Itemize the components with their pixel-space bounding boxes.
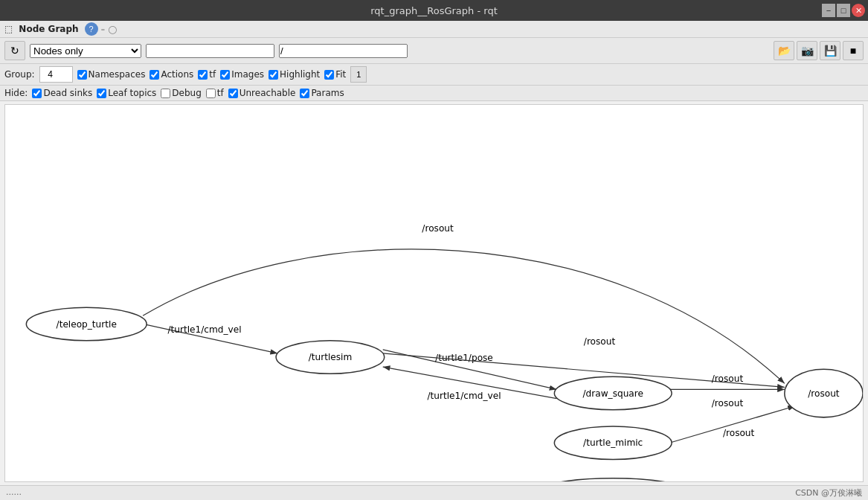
fit-number-button[interactable]: 1 [350,66,367,83]
namespaces-label[interactable]: Namespaces [77,69,146,80]
top-toolbar: ↻ Nodes only Nodes/Topics (all) Nodes/To… [0,38,868,64]
edge-label-turtle-mimic-rosout: /rosout [723,428,755,438]
fullscreen-icon: ■ [850,45,856,57]
panel-header: ⬚ Node Graph ? - ○ [0,21,868,38]
fit-checkbox[interactable] [324,70,334,80]
refresh-icon: ↻ [10,45,19,57]
edge-label-draw-square-rosout: /rosout [712,374,744,384]
refresh-button[interactable]: ↻ [4,41,25,60]
tf-option-checkbox[interactable] [198,70,208,80]
params-checkbox[interactable] [300,89,309,98]
tf-hide-checkbox[interactable] [206,89,216,98]
debug-label[interactable]: Debug [161,88,201,98]
main-container: ⬚ Node Graph ? - ○ ↻ Nodes only Nodes/To… [0,21,868,500]
status-right: CSDN @万俟淋曦 [795,487,862,499]
window-title: rqt_graph__RosGraph - rqt [6,5,862,16]
status-bar: ...... CSDN @万俟淋曦 [0,485,868,500]
minimize-button[interactable]: − [822,4,835,17]
highlight-checkbox[interactable] [269,70,278,80]
maximize-button[interactable]: □ [837,4,850,17]
edge-teleop-to-rosout [143,249,785,383]
undock-icon[interactable]: ○ [108,23,117,35]
title-bar: rqt_graph__RosGraph - rqt − □ ✕ [0,0,868,21]
hide-label: Hide: [4,88,28,98]
status-left: ...... [6,487,22,499]
node-label-turtlesim: /turtlesim [309,352,353,362]
graph-area[interactable]: /rosout /turtle1/cmd_vel /turtle1/pose /… [4,104,864,482]
dead-sinks-checkbox[interactable] [32,89,42,98]
open-button[interactable]: 📂 [774,41,794,60]
edge-label-turtle1-cmd-vel-2: /turtle1/cmd_vel [427,391,501,401]
tf-hide-label[interactable]: tf [206,88,224,98]
edge-label-teleop-rosout: /rosout [422,223,454,234]
tf-option-label[interactable]: tf [198,69,216,80]
actions-label[interactable]: Actions [150,69,193,80]
close-button[interactable]: ✕ [852,4,865,17]
group-input[interactable] [39,66,73,83]
edge-label-turtle1-cmd-vel-1: /turtle1/cmd_vel [167,324,241,335]
node-label-teleop-turtle: /teleop_turtle [57,319,117,330]
edge-label-turtlesim-rosout: /rosout [584,336,616,347]
panel-header-controls: ? - ○ [85,22,118,36]
hide-bar: Hide: Dead sinks Leaf topics Debug tf Un… [0,86,868,101]
images-checkbox[interactable] [220,70,230,80]
params-label[interactable]: Params [300,88,344,98]
separator: - [101,23,106,35]
debug-checkbox[interactable] [161,89,170,98]
save-icon: 💾 [824,45,837,57]
node-rqt-gui-py[interactable] [530,478,696,481]
group-label: Group: [4,69,35,80]
options-bar: Group: Namespaces Actions tf Images High… [0,64,868,86]
highlight-label[interactable]: Highlight [269,69,320,80]
unreachable-label[interactable]: Unreachable [228,88,296,98]
filter-input[interactable] [146,44,274,58]
save-button[interactable]: 💾 [820,41,840,60]
leaf-topics-checkbox[interactable] [97,89,106,98]
unreachable-checkbox[interactable] [228,89,238,98]
screenshot-button[interactable]: 📷 [797,41,817,60]
path-input[interactable] [279,44,408,58]
node-label-turtle-mimic: /turtle_mimic [583,438,643,448]
graph-svg: /rosout /turtle1/cmd_vel /turtle1/pose /… [5,105,863,481]
namespaces-checkbox[interactable] [77,70,87,80]
node-label-rosout: /rosout [808,388,840,399]
fit-label[interactable]: Fit [324,69,346,80]
group-spinner [39,66,73,83]
node-label-draw-square: /draw_square [582,388,643,399]
open-icon: 📂 [778,45,791,57]
dead-sinks-label[interactable]: Dead sinks [32,88,92,98]
view-mode-select[interactable]: Nodes only Nodes/Topics (all) Nodes/Topi… [30,44,141,58]
fullscreen-button[interactable]: ■ [843,41,864,60]
toolbar-right: 📂 📷 💾 ■ [774,41,864,60]
help-button[interactable]: ? [85,22,98,36]
panel-icon: ⬚ [4,24,13,34]
panel-title: Node Graph [19,24,78,34]
screenshot-icon: 📷 [801,45,814,57]
window-controls: − □ ✕ [822,4,865,17]
edge-label-rosout-extra: /rosout [712,398,744,408]
leaf-topics-label[interactable]: Leaf topics [97,88,156,98]
images-label[interactable]: Images [220,69,264,80]
actions-checkbox[interactable] [150,70,159,80]
